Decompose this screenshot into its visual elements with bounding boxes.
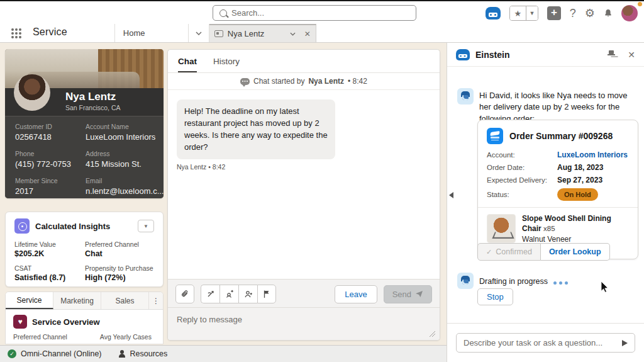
drafting-label: Drafting in progress	[479, 277, 548, 286]
resources-person-icon	[118, 350, 126, 358]
product-qty: x85	[543, 225, 555, 232]
insights-dropdown-button[interactable]: ▼	[138, 220, 154, 232]
quick-text-button[interactable]	[201, 285, 219, 303]
resources-utility[interactable]: Resources	[118, 349, 168, 358]
einstein-prompt-placeholder: Describe your task or ask a question...	[464, 338, 602, 348]
order-row-account: Account: LuxeLoom Interiors	[487, 150, 629, 159]
notification-dot	[638, 2, 642, 6]
account-link[interactable]: LuxeLoom Interiors	[557, 150, 628, 159]
order-summary-title: Order Summary #009268	[509, 131, 613, 141]
tab-marketing[interactable]: Marketing	[53, 292, 101, 309]
chat-started-name: Nya Lentz	[308, 77, 344, 86]
confirmed-button[interactable]: ✓ Confirmed	[477, 243, 541, 261]
order-row-expected-delivery: Expected Delivery: Sep 27, 2023	[487, 176, 629, 184]
utility-bar: ✓ Omni-Channel (Online) Resources	[0, 345, 447, 362]
insight-csat: CSAT Satisfied (8.7)	[14, 264, 85, 282]
tab-nya-lentz[interactable]: Nya Lentz ✕	[209, 24, 316, 42]
order-row-order-date: Order Date: Aug 18, 2023	[487, 163, 629, 172]
einstein-prompt-input[interactable]: Describe your task or ask a question...	[456, 333, 635, 353]
einstein-panel-title: Einstein	[475, 50, 601, 60]
setup-gear-icon[interactable]: ⚙	[585, 6, 595, 20]
prompt-send-icon[interactable]	[622, 340, 628, 346]
record-tab-dropdown-icon[interactable]	[290, 30, 296, 37]
order-summary-card: Order Summary #009268 Account: LuxeLoom …	[477, 120, 638, 259]
check-icon: ✓	[486, 248, 492, 256]
leave-button[interactable]: Leave	[335, 285, 377, 303]
favorite-dropdown-icon[interactable]: ▼	[526, 6, 538, 20]
global-search-input[interactable]: Search...	[213, 5, 416, 21]
reply-placeholder: Reply to message	[177, 315, 242, 324]
reply-message-input[interactable]: Reply to message	[168, 307, 440, 340]
einstein-close-icon[interactable]: ✕	[628, 50, 635, 60]
calculated-insights-card: Calculated Insights ▼ Lifetime Value $20…	[5, 212, 164, 287]
service-overview-title: Service Overview	[32, 317, 100, 327]
insight-lifetime-value: Lifetime Value $205.2K	[14, 240, 85, 258]
home-tab-dropdown-icon[interactable]	[189, 24, 209, 42]
drafting-ellipsis	[553, 276, 570, 287]
omni-channel-utility[interactable]: ✓ Omni-Channel (Online)	[8, 349, 102, 358]
field-account-name: Account Name LuxeLoom Interiors	[86, 123, 164, 144]
notifications-bell-icon[interactable]	[604, 9, 613, 18]
panel-collapse-icon[interactable]	[449, 192, 453, 198]
einstein-header-icon[interactable]	[486, 7, 501, 20]
tab-service[interactable]: Service	[6, 292, 53, 309]
service-heart-icon: ♥	[13, 315, 27, 329]
favorite-star-icon[interactable]: ★	[510, 6, 526, 20]
insight-preferred-channel: Preferred Channel Chat	[85, 240, 154, 258]
einstein-avatar-icon	[457, 273, 474, 289]
add-person-button[interactable]	[238, 285, 257, 303]
resize-handle[interactable]	[430, 331, 435, 337]
product-name: Slope Wood Shell Dining Chair	[522, 214, 611, 233]
tab-history[interactable]: History	[213, 50, 240, 72]
search-icon	[219, 9, 227, 17]
field-phone: Phone (415) 772-0753	[15, 150, 86, 171]
quick-create-icon[interactable]: +	[547, 6, 561, 20]
overview-col-avg-yearly-cases: Avg Yearly Cases	[100, 333, 152, 341]
einstein-panel-icon	[456, 49, 470, 60]
customer-fields: Customer ID 02567418 Account Name LuxeLo…	[5, 116, 164, 198]
user-avatar[interactable]	[621, 5, 638, 21]
attach-file-button[interactable]	[175, 285, 194, 303]
field-address: Address 415 Mission St.	[86, 150, 164, 171]
order-row-status: Status: On Hold	[487, 188, 629, 201]
online-status-icon: ✓	[8, 349, 16, 358]
pin-icon[interactable]	[607, 50, 616, 60]
overview-col-preferred-channel: Preferred Channel	[13, 333, 67, 341]
app-name[interactable]: Service	[33, 26, 67, 42]
flag-button[interactable]	[257, 285, 276, 303]
stop-button[interactable]: Stop	[477, 288, 513, 305]
order-layers-icon	[487, 128, 503, 144]
tab-home[interactable]: Home	[115, 24, 189, 42]
tab-chat[interactable]: Chat	[178, 50, 197, 72]
chat-started-prefix: Chat started by	[253, 77, 304, 86]
field-email: Email n.lentz@luxeloom.c...	[86, 177, 164, 198]
record-tab-close-icon[interactable]: ✕	[304, 30, 311, 38]
customer-profile-card: Nya Lentz San Francisco, CA Customer ID …	[5, 49, 164, 198]
einstein-avatar-icon	[457, 88, 474, 105]
insights-title: Calculated Insights	[35, 222, 132, 231]
app-launcher-icon[interactable]	[11, 28, 21, 38]
field-customer-id: Customer ID 02567418	[15, 123, 86, 144]
product-thumbnail	[487, 214, 516, 243]
contact-card-icon	[214, 30, 223, 37]
order-lookup-button[interactable]: Order Lookup	[541, 243, 610, 261]
customer-name: Nya Lentz	[65, 91, 116, 103]
nav-divider	[67, 24, 115, 42]
help-icon[interactable]: ?	[570, 7, 576, 20]
global-header: Search... ★ ▼ + ? ⚙	[0, 1, 644, 24]
chat-bubble-icon	[240, 78, 250, 85]
insight-propensity: Propensity to Purchase High (72%)	[85, 264, 154, 282]
send-button[interactable]: Send	[384, 285, 432, 303]
customer-location: San Francisco, CA	[65, 104, 121, 111]
customer-avatar	[14, 74, 50, 111]
favorites-control[interactable]: ★ ▼	[509, 6, 538, 21]
department-overview-card: Service Marketing Sales ⋮ ♥ Service Over…	[5, 291, 164, 344]
chat-toolbar: Leave Send	[168, 280, 440, 307]
console-nav-bar: Service Home Nya Lentz ✕	[0, 24, 644, 43]
drafting-status-row: Drafting in progress	[457, 273, 570, 289]
record-tab-label: Nya Lentz	[228, 29, 265, 38]
transfer-chat-button[interactable]	[219, 285, 238, 303]
overview-more-icon[interactable]: ⋮	[149, 292, 163, 309]
mouse-cursor	[601, 281, 609, 293]
tab-sales[interactable]: Sales	[101, 292, 149, 309]
